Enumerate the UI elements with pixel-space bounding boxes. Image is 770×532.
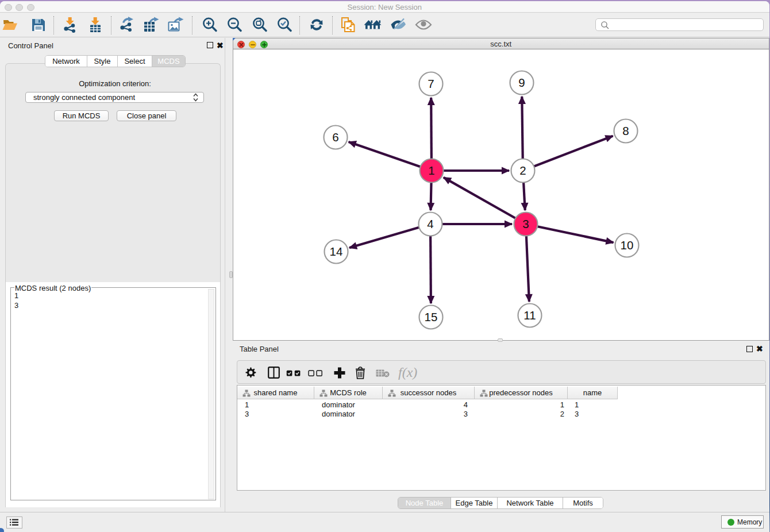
- svg-text:9: 9: [518, 76, 525, 89]
- svg-text:10: 10: [621, 238, 634, 252]
- svg-text:3: 3: [522, 217, 529, 230]
- svg-text:6: 6: [332, 130, 338, 144]
- svg-text:15: 15: [425, 310, 438, 323]
- svg-text:8: 8: [622, 124, 629, 137]
- svg-text:7: 7: [428, 77, 434, 90]
- svg-text:4: 4: [427, 217, 433, 230]
- svg-text:1: 1: [428, 164, 434, 177]
- svg-text:11: 11: [523, 309, 536, 322]
- svg-text:2: 2: [519, 164, 526, 177]
- svg-text:14: 14: [330, 245, 343, 258]
